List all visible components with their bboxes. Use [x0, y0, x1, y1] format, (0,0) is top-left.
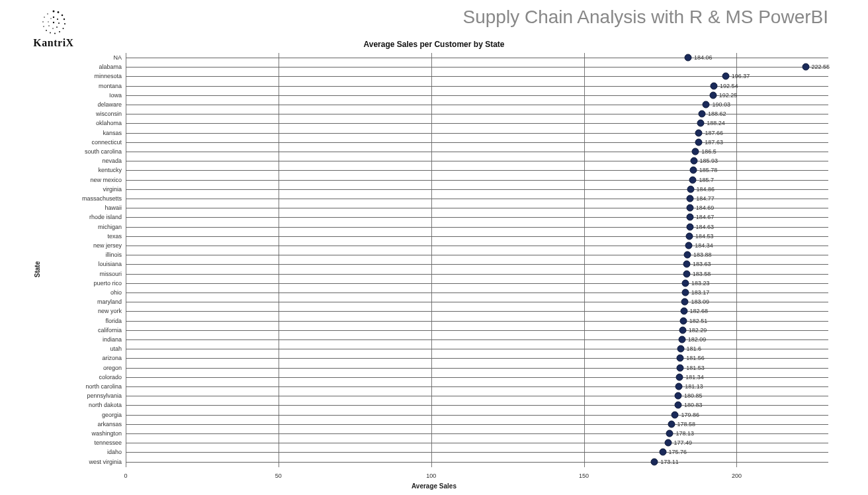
data-point — [802, 64, 809, 71]
data-point — [695, 138, 703, 146]
chart-row: montana192.54 — [126, 81, 828, 91]
data-point — [680, 308, 687, 315]
y-tick-label: connecticut — [36, 139, 126, 146]
chart-row: tennessee177.49 — [126, 438, 828, 447]
y-tick-label: new york — [36, 308, 126, 314]
chart-row: new york182.68 — [126, 306, 828, 316]
chart-plot: State 050100150200NA184.06alabama222.55m… — [33, 52, 835, 487]
data-point — [651, 458, 658, 465]
data-label: 188.24 — [707, 120, 725, 126]
data-label: 181.56 — [686, 355, 705, 361]
row-gridline — [126, 180, 828, 181]
y-tick-label: west virginia — [36, 459, 126, 465]
data-label: 187.63 — [705, 139, 723, 146]
svg-point-14 — [53, 17, 54, 18]
svg-point-12 — [44, 17, 45, 18]
chart-row: texas184.53 — [126, 232, 828, 241]
row-gridline — [126, 283, 828, 284]
row-gridline — [126, 217, 828, 218]
chart-row: ohio183.17 — [126, 288, 828, 297]
data-label: 183.09 — [691, 298, 709, 305]
chart-row: arizona181.56 — [126, 353, 828, 363]
svg-point-11 — [42, 21, 44, 22]
chart-row: nevada185.93 — [126, 156, 828, 165]
y-tick-label: north dakota — [36, 402, 126, 408]
chart-row: florida182.51 — [126, 316, 828, 326]
data-label: 182.29 — [689, 327, 707, 334]
svg-point-3 — [64, 19, 65, 20]
svg-point-22 — [53, 22, 54, 23]
data-point — [677, 364, 684, 371]
chart-row: idaho175.76 — [126, 447, 828, 457]
y-tick-label: arkansas — [36, 421, 126, 428]
data-label: 184.86 — [697, 186, 715, 193]
y-tick-label: texas — [36, 233, 126, 240]
y-tick-label: puerto rico — [36, 280, 126, 287]
row-gridline — [126, 396, 828, 396]
data-label: 192.54 — [720, 83, 738, 89]
x-tick-label: 0 — [124, 472, 127, 479]
y-tick-label: delaware — [36, 101, 126, 108]
chart-row: west virginia173.11 — [126, 457, 828, 467]
data-point — [711, 82, 718, 89]
data-label: 182.51 — [689, 318, 708, 324]
chart-row: oregon181.53 — [126, 363, 828, 373]
row-gridline — [126, 368, 828, 369]
y-tick-label: florida — [36, 318, 126, 324]
row-gridline — [126, 264, 828, 265]
data-point — [659, 449, 666, 456]
data-point — [683, 261, 690, 268]
data-point — [681, 289, 689, 296]
data-label: 181.6 — [687, 345, 702, 352]
data-point — [684, 54, 691, 62]
data-label: 186.5 — [701, 148, 716, 155]
logo-icon — [40, 9, 67, 36]
data-label: 184.53 — [695, 233, 714, 240]
data-point — [675, 383, 683, 390]
data-point — [679, 326, 686, 334]
y-tick-label: washington — [36, 430, 126, 437]
y-tick-label: idaho — [36, 449, 126, 455]
data-label: 178.58 — [677, 421, 696, 428]
row-gridline — [126, 358, 828, 359]
data-point — [685, 242, 693, 249]
svg-point-15 — [57, 19, 58, 20]
svg-point-4 — [64, 23, 65, 24]
data-point — [698, 111, 705, 118]
data-point — [681, 298, 689, 306]
data-label: 182.09 — [688, 336, 707, 343]
dashboard-page: KantriX Supply Chain Analysis with R & M… — [0, 0, 868, 495]
row-gridline — [126, 377, 828, 378]
chart-row: california182.29 — [126, 326, 828, 335]
data-point — [686, 232, 693, 240]
chart-row: indiana182.09 — [126, 335, 828, 344]
chart-container: Average Sales per Customer by State Stat… — [33, 40, 835, 488]
data-label: 184.06 — [694, 54, 713, 61]
svg-point-10 — [43, 26, 44, 27]
y-tick-label: Iowa — [36, 92, 126, 99]
y-tick-label: tennessee — [36, 439, 126, 446]
row-gridline — [126, 415, 828, 416]
row-gridline — [126, 405, 828, 406]
row-gridline — [126, 452, 828, 453]
svg-point-21 — [50, 18, 51, 19]
data-label: 179.86 — [681, 412, 699, 418]
y-tick-label: minnesota — [36, 73, 126, 79]
chart-row: louisiana183.63 — [126, 259, 828, 269]
y-tick-label: utah — [36, 345, 126, 352]
chart-row: puerto rico183.23 — [126, 279, 828, 288]
chart-row: oklahoma188.24 — [126, 118, 828, 128]
chart-row: south carolina186.5 — [126, 147, 828, 156]
data-point — [687, 185, 694, 193]
data-point — [664, 439, 672, 447]
data-point — [686, 204, 693, 212]
data-point — [684, 251, 691, 259]
svg-point-0 — [53, 11, 55, 13]
row-gridline — [126, 246, 828, 246]
chart-row: georgia179.86 — [126, 410, 828, 420]
x-tick-label: 100 — [426, 472, 436, 479]
data-label: 183.17 — [691, 289, 710, 296]
row-gridline — [126, 67, 828, 68]
chart-row: arkansas178.58 — [126, 420, 828, 429]
y-tick-label: wisconsin — [36, 111, 126, 117]
